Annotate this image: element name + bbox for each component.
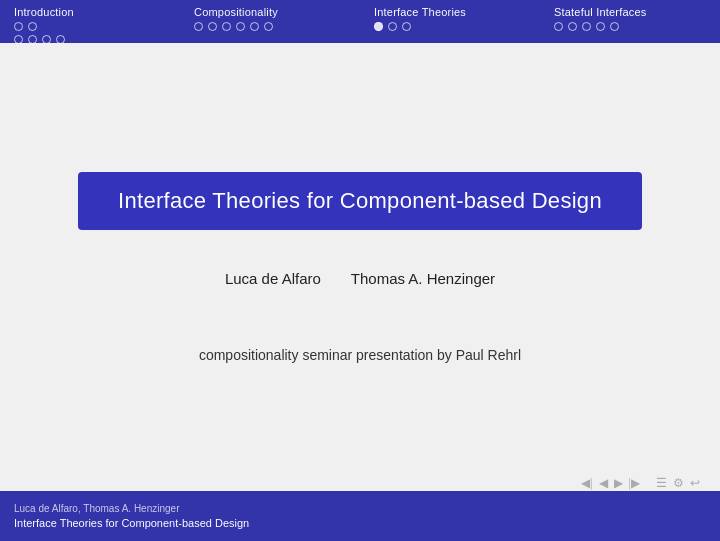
nav-section-compositionality[interactable]: Compositionality: [180, 6, 360, 31]
nav-section-interface-theories[interactable]: Interface Theories: [360, 6, 540, 31]
slide-title: Interface Theories for Component-based D…: [118, 188, 602, 214]
footer-title: Interface Theories for Component-based D…: [14, 517, 720, 529]
nav-dot[interactable]: [222, 22, 231, 31]
nav-dot[interactable]: [388, 22, 397, 31]
slide-content: Interface Theories for Component-based D…: [0, 43, 720, 491]
nav-dot[interactable]: [28, 22, 37, 31]
nav-last-icon[interactable]: |▶: [629, 476, 640, 491]
nav-first-icon[interactable]: ◀|: [581, 476, 592, 491]
nav-dot[interactable]: [208, 22, 217, 31]
nav-dot[interactable]: [56, 35, 65, 44]
nav-dot[interactable]: [236, 22, 245, 31]
nav-dot-active[interactable]: [374, 22, 383, 31]
authors-line: Luca de Alfaro Thomas A. Henzinger: [225, 270, 495, 287]
slide-navigation-controls[interactable]: ◀| ◀ ▶ |▶ ☰ ⚙ ↩: [581, 476, 700, 491]
nav-label-interface-theories: Interface Theories: [374, 6, 540, 18]
title-box: Interface Theories for Component-based D…: [78, 172, 642, 230]
author-2: Thomas A. Henzinger: [351, 270, 495, 287]
nav-dots-interface-theories: [374, 22, 540, 31]
nav-dot[interactable]: [554, 22, 563, 31]
nav-return-icon[interactable]: ↩: [690, 476, 700, 491]
author-1: Luca de Alfaro: [225, 270, 321, 287]
top-navigation-bar: Introduction Compositionality Interface …: [0, 0, 720, 43]
nav-section-introduction[interactable]: Introduction: [0, 6, 180, 44]
nav-dot[interactable]: [568, 22, 577, 31]
nav-dot[interactable]: [582, 22, 591, 31]
nav-prev-icon[interactable]: ◀: [599, 476, 608, 491]
nav-label-stateful-interfaces: Stateful Interfaces: [554, 6, 720, 18]
nav-dot[interactable]: [402, 22, 411, 31]
nav-dot[interactable]: [596, 22, 605, 31]
footer-authors: Luca de Alfaro, Thomas A. Henzinger: [14, 503, 720, 514]
nav-dots-compositionality: [194, 22, 360, 31]
nav-label-compositionality: Compositionality: [194, 6, 360, 18]
nav-dot[interactable]: [42, 35, 51, 44]
subtitle-text: compositionality seminar presentation by…: [199, 347, 521, 363]
footer-bar: Luca de Alfaro, Thomas A. Henzinger Inte…: [0, 491, 720, 541]
nav-dot[interactable]: [14, 35, 23, 44]
nav-search-icon[interactable]: ☰: [656, 476, 667, 491]
nav-subdots-introduction: [14, 35, 180, 44]
nav-zoom-icon[interactable]: ⚙: [673, 476, 684, 491]
nav-dot[interactable]: [264, 22, 273, 31]
nav-dots-stateful-interfaces: [554, 22, 720, 31]
nav-label-introduction: Introduction: [14, 6, 180, 18]
nav-next-icon[interactable]: ▶: [614, 476, 623, 491]
nav-section-stateful-interfaces[interactable]: Stateful Interfaces: [540, 6, 720, 31]
nav-dot[interactable]: [14, 22, 23, 31]
nav-dot[interactable]: [28, 35, 37, 44]
nav-dot[interactable]: [250, 22, 259, 31]
nav-dots-introduction: [14, 22, 180, 31]
nav-dot[interactable]: [610, 22, 619, 31]
nav-dot[interactable]: [194, 22, 203, 31]
